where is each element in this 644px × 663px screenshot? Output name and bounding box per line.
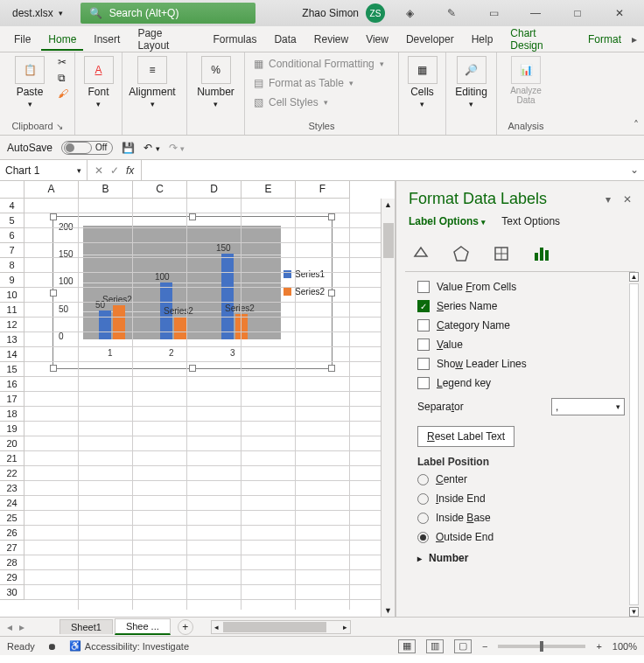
alignment-dropdown[interactable]: ≡Alignment▾ (128, 56, 177, 108)
bar-s2-3[interactable] (235, 314, 248, 339)
tab-help[interactable]: Help (465, 28, 500, 51)
add-sheet-button[interactable]: + (178, 619, 193, 635)
legend-series2[interactable]: Series2 (284, 287, 325, 297)
tab-view[interactable]: View (359, 28, 396, 51)
check-lk[interactable]: Legend key (417, 373, 632, 393)
normal-view-button[interactable]: ▦ (398, 639, 416, 653)
row-header[interactable]: 10 (0, 288, 24, 303)
formula-bar[interactable] (142, 160, 625, 180)
scroll-thumb[interactable] (629, 283, 639, 605)
row-header[interactable]: 26 (0, 526, 24, 541)
macro-record-icon[interactable]: ⏺ (47, 641, 57, 652)
row-header[interactable]: 28 (0, 555, 24, 570)
zoom-level[interactable]: 100% (612, 641, 637, 652)
sheet-nav-prev-icon[interactable]: ◂ (0, 621, 19, 633)
user-name[interactable]: Zhao Simon (302, 7, 359, 19)
zoom-slider[interactable] (498, 645, 585, 648)
resize-handle[interactable] (328, 213, 335, 220)
separator-dropdown[interactable]: , ▾ (551, 398, 625, 415)
paste-button[interactable]: 📋 Paste ▾ (5, 56, 54, 108)
zoom-in-button[interactable]: + (596, 641, 601, 652)
col-header[interactable]: A (24, 181, 79, 199)
bar-s1-1[interactable] (99, 311, 111, 339)
name-box[interactable]: Chart 1 ▾ (0, 160, 88, 180)
autosave-toggle[interactable]: Off (61, 141, 113, 155)
row-header[interactable]: 21 (0, 451, 24, 466)
resize-handle[interactable] (328, 365, 335, 372)
row-header[interactable]: 7 (0, 243, 24, 258)
row-header[interactable]: 23 (0, 481, 24, 496)
radio-ie[interactable]: Inside End (417, 489, 632, 508)
pane-options-icon[interactable]: ▾ (606, 193, 611, 206)
sheet-tab-1[interactable]: Sheet1 (60, 619, 113, 634)
bar-s1-3[interactable] (221, 254, 234, 339)
reset-label-text-button[interactable]: Reset Label Text (417, 426, 514, 447)
row-header[interactable]: 16 (0, 377, 24, 392)
scroll-thumb[interactable] (383, 223, 394, 258)
row-header[interactable]: 29 (0, 570, 24, 585)
radio-oe[interactable]: Outside End (417, 527, 632, 547)
conditional-formatting-button[interactable]: ▦Conditional Formatting ▾ (250, 56, 388, 72)
check-sn[interactable]: ✓Series Name (417, 297, 632, 316)
cut-icon[interactable]: ✂ (58, 56, 68, 68)
row-header[interactable]: 20 (0, 436, 24, 451)
tab-developer[interactable]: Developer (399, 28, 461, 51)
check-cn[interactable]: Category Name (417, 316, 632, 335)
check-val[interactable]: Value (417, 335, 632, 354)
row-header[interactable]: 14 (0, 347, 24, 362)
editing-dropdown[interactable]: 🔎Editing▾ (452, 56, 491, 108)
redo-button[interactable]: ↷ ▾ (169, 142, 185, 154)
row-header[interactable]: 11 (0, 303, 24, 318)
check-vfc[interactable]: Value From Cells (417, 277, 632, 297)
resize-handle[interactable] (189, 365, 196, 372)
row-header[interactable]: 27 (0, 541, 24, 555)
tab-formulas[interactable]: Formulas (206, 28, 263, 51)
col-header[interactable]: B (79, 181, 133, 199)
data-label[interactable]: Series2 (102, 295, 132, 304)
dialog-launcher-icon[interactable]: ↘ (56, 122, 63, 131)
cell-styles-button[interactable]: ▧Cell Styles ▾ (250, 94, 332, 110)
tab-insert[interactable]: Insert (87, 28, 127, 51)
expand-formula-icon[interactable]: ⌄ (625, 160, 644, 180)
row-header[interactable]: 6 (0, 228, 24, 243)
tab-file[interactable]: File (7, 28, 38, 51)
save-button[interactable]: 💾 (122, 142, 135, 154)
number-dropdown[interactable]: %Number▾ (192, 56, 239, 108)
font-dropdown[interactable]: AFont▾ (80, 56, 116, 108)
pane-scrollbar[interactable]: ▲ ▼ (627, 272, 640, 617)
format-as-table-button[interactable]: ▤Format as Table ▾ (250, 75, 357, 91)
data-label[interactable]: Series2 (225, 304, 255, 313)
label-options-icon[interactable] (529, 241, 554, 266)
close-button[interactable]: ✕ (602, 1, 637, 25)
sheet-nav-next-icon[interactable]: ▸ (19, 621, 24, 633)
col-header[interactable]: E (242, 181, 296, 199)
fx-icon[interactable]: fx (126, 164, 134, 177)
tab-text-options[interactable]: Text Options (501, 215, 560, 227)
row-header[interactable]: 12 (0, 318, 24, 332)
row-header[interactable]: 13 (0, 332, 24, 347)
scroll-up-icon[interactable]: ▲ (384, 200, 392, 209)
tab-review[interactable]: Review (307, 28, 355, 51)
ribbon-overflow-icon[interactable]: ▸ (632, 33, 644, 45)
undo-button[interactable]: ↶ ▾ (144, 142, 159, 154)
sheet-tab-2[interactable]: Shee ... (115, 618, 171, 635)
tab-format[interactable]: Format (581, 28, 628, 51)
resize-handle[interactable] (50, 365, 57, 372)
tab-page-layout[interactable]: Page Layout (130, 22, 202, 57)
cells-dropdown[interactable]: ▦Cells▾ (404, 56, 440, 108)
scroll-down-icon[interactable]: ▼ (629, 607, 639, 617)
scroll-left-icon[interactable]: ◂ (212, 623, 221, 632)
scroll-right-icon[interactable]: ▸ (340, 623, 350, 632)
data-label[interactable]: 150 (216, 243, 231, 253)
zoom-out-button[interactable]: − (482, 641, 487, 652)
bar-s2-1[interactable] (113, 305, 125, 339)
resize-handle[interactable] (50, 290, 57, 297)
col-header[interactable]: D (187, 181, 242, 199)
cancel-formula-icon[interactable]: ✕ (94, 164, 103, 177)
col-header[interactable]: C (133, 181, 187, 199)
row-header[interactable]: 19 (0, 422, 24, 436)
row-header[interactable]: 17 (0, 392, 24, 407)
tab-home[interactable]: Home (41, 28, 83, 51)
select-all-corner[interactable] (0, 181, 24, 199)
fill-line-icon[interactable] (409, 241, 433, 266)
